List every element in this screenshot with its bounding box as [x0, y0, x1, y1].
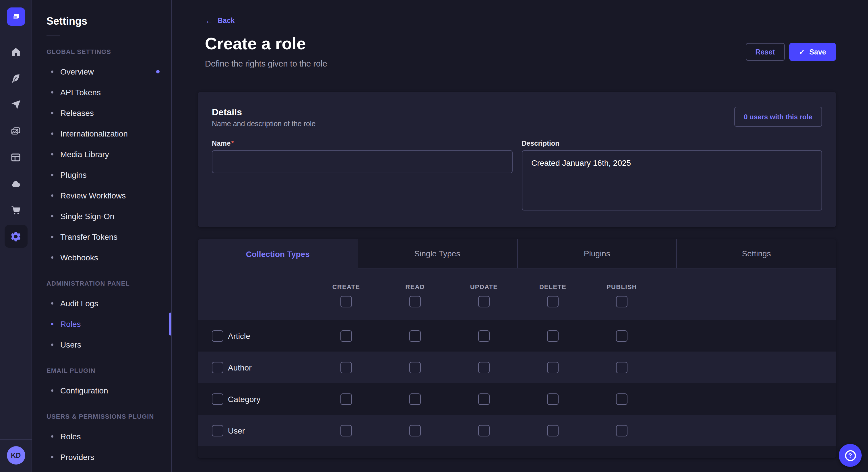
- subnav-item-single-sign-on[interactable]: Single Sign-On: [32, 206, 171, 227]
- article-update-checkbox[interactable]: [478, 330, 490, 341]
- user-publish-checkbox[interactable]: [616, 425, 627, 436]
- category-create-checkbox[interactable]: [340, 393, 352, 405]
- row-author-checkbox[interactable]: [212, 362, 223, 373]
- author-delete-checkbox[interactable]: [547, 362, 559, 373]
- subnav-item-media-library[interactable]: Media Library: [32, 144, 171, 165]
- subnav-item-internationalization[interactable]: Internationalization: [32, 123, 171, 144]
- subnav-item-audit-logs[interactable]: Audit Logs: [32, 293, 171, 314]
- article-create-checkbox[interactable]: [340, 330, 352, 341]
- tab-settings[interactable]: Settings: [677, 239, 836, 268]
- user-update-checkbox[interactable]: [478, 425, 490, 436]
- subnav-item-providers[interactable]: Providers: [32, 447, 171, 467]
- row-article-checkbox[interactable]: [212, 330, 223, 341]
- user-delete-checkbox[interactable]: [547, 425, 559, 436]
- select-all-read-checkbox[interactable]: [409, 296, 421, 307]
- help-button[interactable]: ?: [839, 444, 862, 467]
- permissions-rows: ArticleAuthorCategoryUser: [198, 320, 836, 446]
- row-category-checkbox[interactable]: [212, 393, 223, 405]
- subnav-item-roles[interactable]: Roles: [32, 314, 171, 334]
- select-all-update-checkbox[interactable]: [478, 296, 490, 307]
- paper-plane-icon: [10, 99, 21, 110]
- select-all-create-checkbox[interactable]: [340, 296, 352, 307]
- column-header-create: CREATE: [312, 283, 381, 290]
- nav-layout-button[interactable]: [4, 146, 27, 169]
- subnav-title: Settings: [32, 0, 171, 29]
- description-textarea[interactable]: Created January 16th, 2025: [522, 150, 822, 210]
- row-user-checkbox[interactable]: [212, 425, 223, 436]
- user-read-checkbox[interactable]: [409, 425, 421, 436]
- user-create-checkbox[interactable]: [340, 425, 352, 436]
- nav-images-button[interactable]: [4, 119, 27, 142]
- tab-plugins[interactable]: Plugins: [517, 239, 677, 268]
- subnav-item-label: Media Library: [60, 150, 109, 159]
- article-delete-checkbox[interactable]: [547, 330, 559, 341]
- subnav-item-label: Roles: [60, 319, 81, 329]
- column-header-delete: DELETE: [518, 283, 587, 290]
- nav-rail: KD: [0, 0, 32, 472]
- description-label: Description: [522, 139, 559, 147]
- subnav-item-api-tokens[interactable]: API Tokens: [32, 82, 171, 103]
- subnav-item-label: Roles: [60, 432, 81, 441]
- select-all-delete-checkbox[interactable]: [547, 296, 559, 307]
- subnav-item-review-workflows[interactable]: Review Workflows: [32, 185, 171, 206]
- category-publish-checkbox[interactable]: [616, 393, 627, 405]
- permissions-table-header: CREATEREADUPDATEDELETEPUBLISH: [198, 268, 836, 320]
- main-content: ← Back Create a role Define the rights g…: [172, 0, 868, 472]
- header-actions: Reset ✓ Save: [745, 43, 836, 61]
- author-read-checkbox[interactable]: [409, 362, 421, 373]
- subnav-item-users[interactable]: Users: [32, 334, 171, 355]
- cloud-icon: [10, 178, 21, 189]
- details-header: Details Name and description of the role…: [212, 107, 822, 129]
- rail-divider: [0, 33, 32, 33]
- bullet-icon: [51, 174, 53, 176]
- subnav-item-plugins[interactable]: Plugins: [32, 165, 171, 185]
- subnav-item-label: API Tokens: [60, 88, 101, 97]
- save-button[interactable]: ✓ Save: [789, 43, 836, 61]
- bullet-icon: [51, 256, 53, 259]
- author-create-checkbox[interactable]: [340, 362, 352, 373]
- category-update-checkbox[interactable]: [478, 393, 490, 405]
- cart-icon: [10, 204, 21, 215]
- select-all-publish-checkbox[interactable]: [616, 296, 627, 307]
- rail-divider: [0, 439, 32, 440]
- subnav-item-roles[interactable]: Roles: [32, 426, 171, 447]
- details-header-text: Details Name and description of the role: [212, 107, 315, 129]
- tab-single-types[interactable]: Single Types: [358, 239, 517, 268]
- subnav-item-configuration[interactable]: Configuration: [32, 380, 171, 401]
- subnav-item-releases[interactable]: Releases: [32, 103, 171, 123]
- column-header-publish: PUBLISH: [587, 283, 656, 290]
- subnav-item-label: Releases: [60, 108, 94, 117]
- column-labels-row: CREATEREADUPDATEDELETEPUBLISH: [198, 283, 836, 290]
- author-update-checkbox[interactable]: [478, 362, 490, 373]
- avatar[interactable]: KD: [7, 446, 25, 465]
- subnav-item-overview[interactable]: Overview: [32, 61, 171, 82]
- rail-bottom: KD: [0, 439, 32, 472]
- tab-collection-types[interactable]: Collection Types: [198, 239, 358, 268]
- users-with-role-button[interactable]: 0 users with this role: [734, 107, 822, 127]
- reset-button[interactable]: Reset: [745, 43, 784, 61]
- subnav-item-transfer-tokens[interactable]: Transfer Tokens: [32, 227, 171, 247]
- back-link[interactable]: ← Back: [205, 16, 235, 25]
- category-delete-checkbox[interactable]: [547, 393, 559, 405]
- bullet-icon: [51, 390, 53, 392]
- nav-paper-plane-button[interactable]: [4, 93, 27, 116]
- back-arrow-icon: ←: [205, 16, 213, 25]
- subnav-item-label: Webhooks: [60, 253, 98, 262]
- name-field-group: Name*: [212, 138, 513, 213]
- subnav-item-webhooks[interactable]: Webhooks: [32, 247, 171, 268]
- nav-feather-button[interactable]: [4, 67, 27, 90]
- strapi-logo[interactable]: [7, 7, 25, 26]
- nav-cart-button[interactable]: [4, 198, 27, 222]
- category-read-checkbox[interactable]: [409, 393, 421, 405]
- nav-home-button[interactable]: [4, 40, 27, 63]
- article-read-checkbox[interactable]: [409, 330, 421, 341]
- author-publish-checkbox[interactable]: [616, 362, 627, 373]
- nav-gear-button[interactable]: [4, 225, 27, 248]
- bullet-icon: [51, 133, 53, 135]
- permissions-tabs: Collection TypesSingle TypesPluginsSetti…: [198, 239, 836, 268]
- article-publish-checkbox[interactable]: [616, 330, 627, 341]
- nav-cloud-button[interactable]: [4, 172, 27, 195]
- save-label: Save: [809, 48, 826, 56]
- details-card: Details Name and description of the role…: [198, 92, 836, 227]
- name-input[interactable]: [212, 150, 513, 173]
